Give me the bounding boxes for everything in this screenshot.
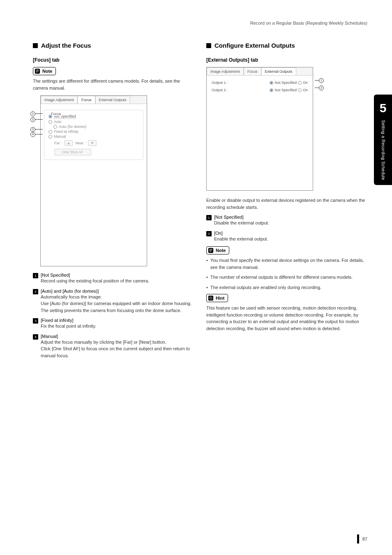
square-bullet-icon <box>33 43 38 48</box>
radio-manual[interactable]: Manual <box>48 134 141 139</box>
near-button[interactable]: ▼ <box>88 140 97 146</box>
right-column: Configure External Outputs [External Out… <box>206 42 367 363</box>
note-label: Note <box>216 248 226 253</box>
svg-rect-7 <box>210 251 211 252</box>
hint-icon <box>208 295 214 301</box>
note-icon <box>34 68 41 74</box>
svg-rect-5 <box>210 249 212 250</box>
radio-not-specified[interactable]: Not Specified <box>48 114 141 119</box>
tab-image-adjustment[interactable]: Image Adjustment <box>207 67 244 75</box>
chapter-number: 5 <box>380 101 387 115</box>
note-label: Note <box>42 69 52 74</box>
callout-3: 3 <box>30 127 43 132</box>
note-bullet-1: You must first specify the external devi… <box>210 257 367 271</box>
square-bullet-icon <box>206 43 211 48</box>
output-2-row: Output 2 : Not Specified On <box>210 86 309 94</box>
external-outputs-definitions: 1 [Not Specified] Disable the external o… <box>206 215 367 245</box>
hint-text: This feature can be used with sensor rec… <box>206 305 367 332</box>
output-1-on[interactable] <box>298 81 302 85</box>
callout-4: 4 <box>30 132 43 137</box>
note-badge: Note <box>206 246 229 254</box>
def-num-1: 1 <box>33 273 38 278</box>
note-bullets: •You must first specify the external dev… <box>206 257 367 291</box>
external-outputs-tab-heading: [External Outputs] tab <box>206 57 367 63</box>
output-1-row: Output 1 : Not Specified On <box>210 79 309 86</box>
def-desc-1: Record using the existing focal position… <box>41 278 194 284</box>
note-badge: Note <box>33 67 56 75</box>
external-outputs-screenshot: Image Adjustment Focus External Outputs … <box>206 67 313 191</box>
footer-bar-icon <box>357 534 359 543</box>
def-num-2: 2 <box>206 231 212 236</box>
output-2-on[interactable] <box>298 88 302 92</box>
def-desc-2: Enable the external output. <box>214 236 367 243</box>
far-button[interactable]: ▲ <box>65 140 73 146</box>
def-desc-1: Disable the external output. <box>214 220 367 227</box>
svg-rect-1 <box>36 70 39 70</box>
def-label-1: [Not Specified] <box>214 215 367 220</box>
chapter-title: Setting a Recording Schedule <box>381 120 385 180</box>
def-label-3: [Fixed at infinity] <box>41 318 194 323</box>
external-outputs-intro: Enable or disable output to external dev… <box>206 197 367 210</box>
one-shot-af-button[interactable]: One Shot AF <box>54 149 91 155</box>
note-text: The settings are different for different… <box>33 78 194 91</box>
output-1-notspecified[interactable] <box>270 81 273 85</box>
focus-tab-heading: [Focus] tab <box>33 57 194 63</box>
def-num-3: 3 <box>33 318 38 324</box>
radio-auto[interactable]: Auto <box>48 120 141 124</box>
def-label-1: [Not Specified] <box>41 273 194 278</box>
radio-fixed-infinity[interactable]: Fixed at infinity <box>48 130 141 134</box>
def-label-4: [Manual] <box>41 334 194 339</box>
note-bullet-3: The external outputs are enabled only du… <box>210 284 321 291</box>
def-desc-2: Automatically focus the image. Use [Auto… <box>41 294 194 314</box>
near-label: Near : <box>75 141 85 145</box>
tabs-row: Image Adjustment Focus External Outputs <box>207 67 313 75</box>
callout-2: 2 <box>315 85 324 90</box>
def-num-1: 1 <box>206 215 212 220</box>
hint-badge: Hint <box>206 294 228 302</box>
tab-focus[interactable]: Focus <box>244 67 261 75</box>
output-2-notspecified[interactable] <box>270 88 273 92</box>
page-number: 87 <box>362 536 367 541</box>
tab-image-adjustment[interactable]: Image Adjustment <box>41 96 78 104</box>
section-title: Adjust the Focus <box>41 42 91 49</box>
output-2-label: Output 2 : <box>212 88 228 92</box>
tab-focus[interactable]: Focus <box>78 96 95 104</box>
section-adjust-focus: Adjust the Focus <box>33 42 194 49</box>
tab-external-outputs[interactable]: External Outputs <box>95 96 130 104</box>
focus-tab-screenshot: Image Adjustment Focus External Outputs … <box>40 95 147 266</box>
svg-rect-3 <box>36 72 38 72</box>
def-label-2: [Auto] and [Auto (for domes)] <box>41 289 194 294</box>
svg-rect-2 <box>36 71 39 71</box>
tab-external-outputs[interactable]: External Outputs <box>261 67 296 75</box>
chapter-tab: 5 Setting a Recording Schedule <box>374 95 392 185</box>
section-external-outputs: Configure External Outputs <box>206 42 367 49</box>
note-bullet-2: The number of external outputs is differ… <box>210 274 353 281</box>
page-header: Record on a Regular Basis (Repeating Wee… <box>33 21 367 25</box>
left-column: Adjust the Focus [Focus] tab Note The se… <box>33 42 194 363</box>
def-desc-4: Adjust the focus manually by clicking th… <box>41 339 194 359</box>
far-label: Far : <box>54 141 62 145</box>
svg-rect-6 <box>210 250 212 250</box>
focus-definitions: 1 [Not Specified] Record using the exist… <box>33 273 194 361</box>
note-icon <box>208 247 214 254</box>
callout-1: 1 <box>30 111 43 116</box>
output-1-label: Output 1 : <box>212 81 228 85</box>
def-num-2: 2 <box>33 289 38 294</box>
callout-1: 1 <box>315 78 324 83</box>
section-title: Configure External Outputs <box>214 42 295 49</box>
def-desc-3: Fix the focal point at infinity. <box>41 323 194 330</box>
hint-label: Hint <box>216 296 224 301</box>
tabs-row: Image Adjustment Focus External Outputs <box>41 96 147 104</box>
def-num-4: 4 <box>33 334 38 340</box>
page-footer: 87 <box>357 534 367 543</box>
radio-auto-domes[interactable]: Auto (for domes) <box>53 125 141 129</box>
svg-rect-8 <box>208 296 213 301</box>
callout-2: 2 <box>30 117 43 122</box>
def-label-2: [On] <box>214 231 367 236</box>
